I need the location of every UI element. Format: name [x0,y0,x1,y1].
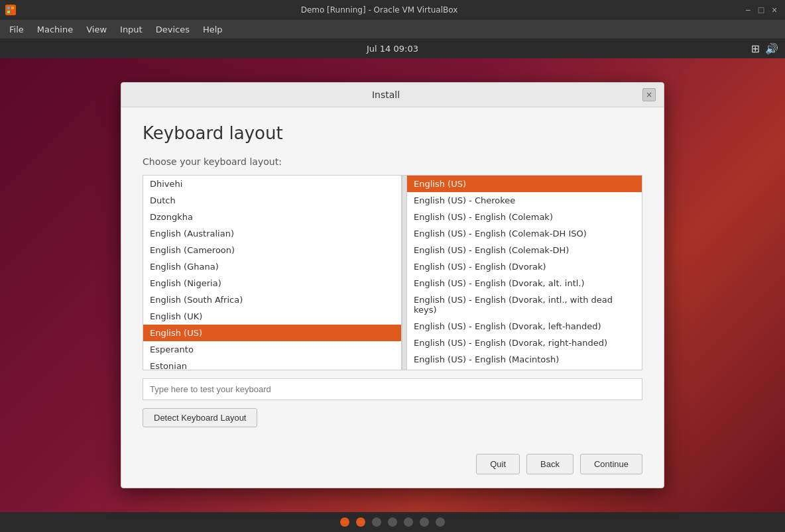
variant-item[interactable]: English (US) - English (Dvorak, alt. int… [407,275,642,292]
window-controls: − □ × [743,5,780,15]
menu-devices[interactable]: Devices [149,23,196,36]
progress-dot-2 [356,517,365,527]
window-title: Demo [Running] - Oracle VM VirtualBox [21,5,737,15]
svg-rect-3 [11,11,14,13]
dialog-subtitle: Choose your keyboard layout: [143,156,642,167]
list-item[interactable]: English (Australian) [143,225,401,242]
list-item[interactable]: English (Cameroon) [143,242,401,258]
keyboard-test-input[interactable] [143,378,642,400]
list-item[interactable]: English (Nigeria) [143,275,401,292]
dialog-body: Keyboard layout Choose your keyboard lay… [121,107,664,443]
variant-item[interactable]: English (US) - English (Dvorak, left-han… [407,318,642,335]
variant-item[interactable]: English (US) - Cherokee [407,192,642,209]
quit-button[interactable]: Quit [476,454,520,474]
variant-item[interactable]: English (US) - English (Colemak) [407,209,642,225]
list-item[interactable]: English (UK) [143,308,401,325]
dialog-titlebar: Install × [121,83,664,107]
keyboard-lists: Dhivehi Dutch Dzongkha English (Australi… [143,175,642,370]
language-list[interactable]: Dhivehi Dutch Dzongkha English (Australi… [143,176,402,370]
statusbar: Jul 14 09:03 ⊞ 🔊 [0,38,785,58]
dialog-footer: Quit Back Continue [121,443,664,488]
progress-dot-7 [436,517,445,527]
svg-rect-1 [11,7,14,9]
vm-content: Install × Keyboard layout Choose your ke… [0,58,785,512]
progress-dot-6 [420,517,429,527]
dialog-title: Install [129,89,642,100]
close-button[interactable]: × [769,5,780,15]
minimize-button[interactable]: − [743,5,753,15]
volume-icon: 🔊 [765,42,778,55]
titlebar: Demo [Running] - Oracle VM VirtualBox − … [0,0,785,20]
progress-dot-3 [372,517,381,527]
list-item[interactable]: Dzongkha [143,209,401,225]
list-item[interactable]: English (Ghana) [143,258,401,275]
continue-button[interactable]: Continue [580,454,642,474]
variant-item[interactable]: English (US) - English (Norman) [407,368,642,370]
page-heading: Keyboard layout [143,123,642,143]
variant-item[interactable]: English (US) - English (Dvorak) [407,258,642,275]
variant-list[interactable]: English (US) English (US) - Cherokee Eng… [407,176,642,370]
list-divider [402,176,407,370]
variant-item[interactable]: English (US) - English (Dvorak, intl., w… [407,292,642,318]
list-item-selected[interactable]: English (US) [143,325,401,341]
status-time: Jul 14 09:03 [367,44,418,54]
list-item[interactable]: Dhivehi [143,176,401,192]
list-item[interactable]: Dutch [143,192,401,209]
menu-view[interactable]: View [80,23,113,36]
network-icon: ⊞ [751,42,760,55]
svg-rect-2 [7,11,10,13]
menu-file[interactable]: File [3,23,30,36]
menu-input[interactable]: Input [113,23,149,36]
menu-machine[interactable]: Machine [30,23,80,36]
progress-indicator [0,512,785,532]
app-icon [5,5,16,15]
progress-dot-1 [340,517,349,527]
install-dialog: Install × Keyboard layout Choose your ke… [121,82,664,488]
back-button[interactable]: Back [526,454,574,474]
variant-item[interactable]: English (US) - English (Colemak-DH) [407,242,642,258]
svg-rect-0 [7,7,10,9]
progress-dot-4 [388,517,397,527]
list-item[interactable]: English (South Africa) [143,292,401,308]
progress-dot-5 [404,517,413,527]
list-item[interactable]: Estonian [143,358,401,370]
variant-item-selected[interactable]: English (US) [407,176,642,192]
statusbar-icons: ⊞ 🔊 [751,42,778,55]
variant-item[interactable]: English (US) - English (Macintosh) [407,351,642,368]
variant-item[interactable]: English (US) - English (Dvorak, right-ha… [407,335,642,351]
variant-item[interactable]: English (US) - English (Colemak-DH ISO) [407,225,642,242]
menu-help[interactable]: Help [196,23,229,36]
list-item[interactable]: Esperanto [143,341,401,358]
detect-keyboard-button[interactable]: Detect Keyboard Layout [143,408,257,427]
menubar: File Machine View Input Devices Help [0,20,785,38]
maximize-button[interactable]: □ [756,5,766,15]
dialog-close-button[interactable]: × [642,88,656,101]
